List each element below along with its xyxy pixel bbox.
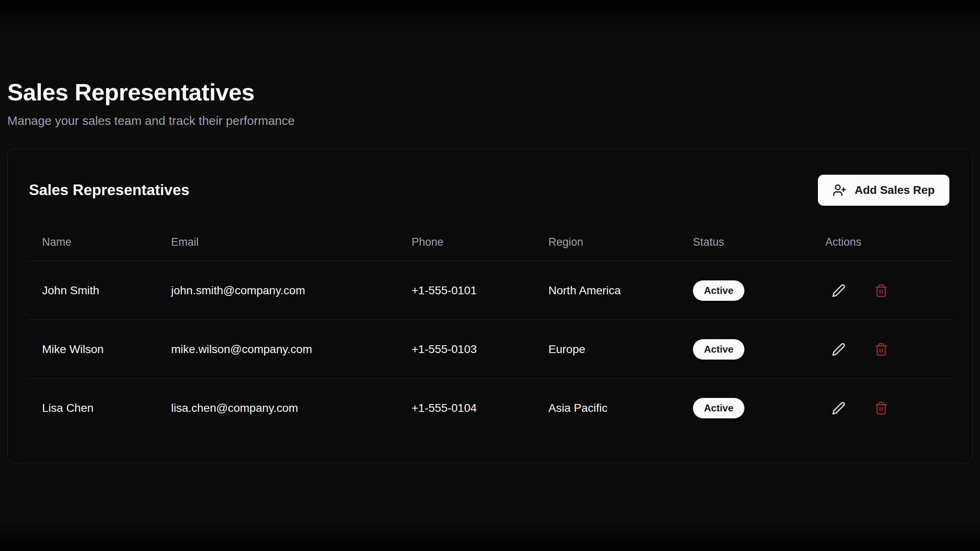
cell-name: John Smith xyxy=(28,261,157,320)
sales-reps-card: Sales Representatives Add Sales Rep xyxy=(7,149,973,463)
add-sales-rep-label: Add Sales Rep xyxy=(855,184,935,197)
cell-phone: +1-555-0101 xyxy=(398,261,535,320)
pencil-icon xyxy=(832,342,846,356)
pencil-icon xyxy=(832,284,846,298)
pencil-icon xyxy=(832,401,846,415)
edit-button[interactable] xyxy=(829,399,848,418)
cell-name: Mike Wilson xyxy=(28,320,157,379)
page-header: Sales Representatives Manage your sales … xyxy=(0,0,980,128)
cell-name: Lisa Chen xyxy=(28,379,157,438)
delete-button[interactable] xyxy=(872,340,891,359)
table-row: Mike Wilson mike.wilson@company.com +1-5… xyxy=(28,320,952,379)
column-header-actions: Actions xyxy=(811,225,952,261)
cell-phone: +1-555-0104 xyxy=(398,379,535,438)
cell-status: Active xyxy=(679,320,811,379)
delete-button[interactable] xyxy=(872,399,891,418)
cell-status: Active xyxy=(679,261,811,320)
status-badge: Active xyxy=(693,339,744,360)
cell-region: Europe xyxy=(535,320,679,379)
table-row: John Smith john.smith@company.com +1-555… xyxy=(28,261,952,320)
column-header-email: Email xyxy=(157,225,398,261)
table-header-row: Name Email Phone Region Status Actions xyxy=(28,225,952,261)
column-header-name: Name xyxy=(28,225,157,261)
column-header-phone: Phone xyxy=(398,225,535,261)
cell-status: Active xyxy=(679,379,811,438)
screen: Sales Representatives Manage your sales … xyxy=(0,0,980,551)
cell-email: john.smith@company.com xyxy=(157,261,398,320)
status-badge: Active xyxy=(693,398,744,418)
page-title: Sales Representatives xyxy=(7,78,973,106)
cell-actions xyxy=(811,320,952,379)
page-subtitle: Manage your sales team and track their p… xyxy=(7,114,973,128)
cell-email: mike.wilson@company.com xyxy=(157,320,398,379)
user-plus-icon xyxy=(833,183,846,197)
cell-region: Asia Pacific xyxy=(535,379,679,438)
column-header-status: Status xyxy=(679,225,811,261)
table-row: Lisa Chen lisa.chen@company.com +1-555-0… xyxy=(28,379,952,438)
cell-region: North America xyxy=(535,261,679,320)
trash-icon xyxy=(874,401,888,415)
cell-phone: +1-555-0103 xyxy=(398,320,535,379)
card-title: Sales Representatives xyxy=(29,182,189,199)
delete-button[interactable] xyxy=(872,281,891,300)
edit-button[interactable] xyxy=(829,281,848,300)
table-wrap: Name Email Phone Region Status Actions J… xyxy=(8,206,972,438)
add-sales-rep-button[interactable]: Add Sales Rep xyxy=(818,175,949,206)
edit-button[interactable] xyxy=(829,340,848,359)
trash-icon xyxy=(874,342,888,356)
card-header: Sales Representatives Add Sales Rep xyxy=(8,149,972,206)
status-badge: Active xyxy=(693,280,744,301)
cell-email: lisa.chen@company.com xyxy=(157,379,398,438)
sales-reps-table: Name Email Phone Region Status Actions J… xyxy=(28,225,952,438)
column-header-region: Region xyxy=(535,225,679,261)
cell-actions xyxy=(811,261,952,320)
cell-actions xyxy=(811,379,952,438)
trash-icon xyxy=(874,284,888,298)
